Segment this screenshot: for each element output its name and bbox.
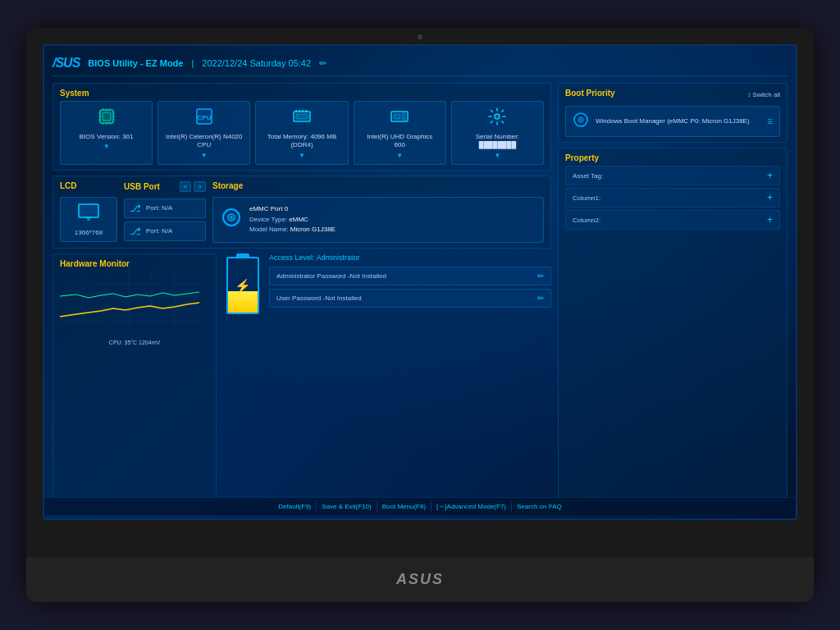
search-faq-key: Search on FAQ [517, 503, 562, 510]
chip-icon [97, 107, 116, 130]
admin-password-edit-icon[interactable]: ✏ [537, 272, 544, 281]
system-section: System [52, 83, 551, 171]
property-section: Property Asset Tag: + Column1: + Column2… [558, 148, 788, 501]
property-label: Property [565, 153, 780, 162]
gpu-card[interactable]: Intel(R) UHD Graphics 600 ▼ [354, 101, 446, 165]
usb-prev-button[interactable]: < [180, 181, 192, 192]
hw-cpu-status: CPU: 35°C 1204mV [60, 340, 209, 345]
memory-card[interactable]: Total Memory: 4096 MB (DDR4) ▼ [255, 101, 348, 165]
usb-icon-2: ⎇ [130, 226, 141, 237]
usb-port-2-text: Port: N/A [146, 227, 172, 235]
footer-default[interactable]: Default(F9) [273, 501, 317, 512]
serial-text: Serial Number:████████ [476, 133, 519, 150]
gpu-card-arrow: ▼ [396, 152, 403, 159]
bios-title: BIOS Utility - EZ Mode [88, 58, 183, 68]
memory-card-arrow: ▼ [299, 152, 305, 159]
lcd-card[interactable]: 1366*768 [60, 197, 117, 242]
lcd-section: LCD [60, 181, 117, 243]
svg-point-26 [495, 114, 500, 119]
bios-card-arrow: ▼ [103, 143, 110, 150]
svg-rect-17 [295, 110, 297, 112]
hw-monitor-label: Hardware Monitor [60, 259, 209, 268]
gpu-icon [390, 107, 409, 130]
boot-menu-key: Boot Menu(F8) [382, 503, 426, 510]
boot-item-1[interactable]: Windows Boot Manager (eMMC P0: Micron G1… [565, 106, 780, 137]
bios-header: /SUS BIOS Utility - EZ Mode | 2022/12/24… [52, 52, 788, 76]
storage-device-card[interactable]: eMMC Port 0 Device Type: eMMC Model Name… [212, 197, 544, 243]
boot-disk-icon [573, 112, 589, 131]
storage-type: Device Type: eMMC [249, 215, 336, 226]
save-exit-key: Save & Exit(F10) [322, 503, 371, 510]
default-key: Default(F9) [278, 503, 311, 510]
memory-text: Total Memory: 4096 MB (DDR4) [262, 133, 340, 150]
footer-advanced-mode[interactable]: [↔]Advanced Mode(F7) [431, 501, 512, 512]
storage-port: eMMC Port 0 [249, 204, 336, 215]
column2-row: Column2: + [565, 210, 780, 230]
usb-section: USB Port < > ⎇ Port: N/A [124, 181, 206, 243]
usb-label: USB Port [124, 182, 160, 191]
footer-search-faq[interactable]: Search on FAQ [512, 501, 567, 512]
usb-port-1-text: Port: N/A [146, 204, 172, 212]
footer-boot-menu[interactable]: Boot Menu(F8) [377, 501, 431, 512]
svg-rect-23 [394, 114, 400, 119]
monitor-icon [77, 203, 100, 226]
storage-disk-icon [220, 206, 243, 233]
lcd-resolution: 1366*768 [75, 229, 103, 236]
storage-label: Storage [212, 181, 544, 190]
middle-section: LCD [52, 176, 551, 249]
user-password-text: User Password -Not Installed [276, 294, 362, 302]
asset-tag-row: Asset Tag: + [565, 166, 780, 185]
hw-graph-svg [60, 272, 199, 333]
bios-version-card[interactable]: BIOS Version: 301 ▼ [60, 101, 153, 165]
asset-tag-plus-button[interactable]: + [767, 170, 773, 181]
svg-rect-1 [103, 112, 111, 121]
column1-plus-button[interactable]: + [767, 192, 773, 203]
edit-datetime-icon[interactable]: ✏ [319, 58, 326, 69]
svg-rect-25 [402, 117, 405, 120]
cpu-icon: CPU [194, 107, 214, 130]
hw-right-section: ⚡ Access Level: Administrator Administra… [223, 253, 551, 501]
svg-rect-27 [79, 204, 98, 217]
usb-next-button[interactable]: > [194, 181, 206, 192]
boot-item-1-text: Windows Boot Manager (eMMC P0: Micron G1… [596, 116, 760, 126]
column1-row: Column1: + [565, 188, 780, 208]
gear-icon [487, 107, 507, 130]
cpu-card-arrow: ▼ [201, 152, 208, 159]
asus-logo: /SUS [52, 56, 80, 71]
usb-icon-1: ⎇ [130, 203, 141, 214]
column1-label: Column1: [573, 194, 600, 202]
bios-date: 2022/12/24 Saturday 05:42 [202, 58, 311, 68]
battery-icon: ⚡ [226, 257, 259, 314]
usb-port-2: ⎇ Port: N/A [124, 221, 206, 241]
footer-save-exit[interactable]: Save & Exit(F10) [317, 501, 377, 512]
column2-label: Column2: [573, 217, 600, 224]
storage-model: Model Name: Micron G1J38E [249, 225, 336, 235]
system-label: System [60, 89, 544, 98]
boot-priority-label: Boot Priority [565, 89, 615, 98]
admin-password-text: Administrator Password -Not Installed [276, 272, 386, 280]
svg-text:CPU: CPU [197, 114, 211, 121]
switch-all-button[interactable]: ↕ Switch all [747, 91, 780, 98]
asus-brand-label: ASUS [396, 571, 444, 588]
boot-priority-section: Boot Priority ↕ Switch all [558, 83, 788, 143]
boot-menu-icon: ≡ [767, 116, 773, 127]
storage-device-info: eMMC Port 0 Device Type: eMMC Model Name… [249, 204, 336, 235]
svg-rect-21 [296, 114, 308, 119]
user-password-edit-icon[interactable]: ✏ [537, 294, 544, 303]
column2-plus-button[interactable]: + [767, 214, 773, 226]
svg-rect-18 [299, 110, 300, 112]
advanced-mode-key: [↔]Advanced Mode(F7) [436, 503, 506, 510]
cpu-text: Intel(R) Celeron(R) N4020 CPU [165, 133, 243, 150]
user-password-row: User Password -Not Installed ✏ [269, 289, 551, 308]
svg-rect-19 [302, 110, 304, 112]
cpu-card[interactable]: CPU Intel(R) Celeron(R) N4020 CPU ▼ [158, 101, 250, 165]
hw-monitor-section: Hardware Monitor [52, 253, 217, 501]
gpu-text: Intel(R) UHD Graphics 600 [361, 133, 439, 150]
svg-point-34 [231, 217, 233, 219]
memory-icon [292, 107, 312, 130]
svg-rect-29 [87, 217, 90, 221]
battery-section: ⚡ [223, 253, 262, 317]
serial-card[interactable]: Serial Number:████████ ▼ [451, 101, 544, 165]
bios-version-text: BIOS Version: 301 [80, 133, 134, 141]
access-level-label: Access Level: Administrator [269, 253, 551, 262]
